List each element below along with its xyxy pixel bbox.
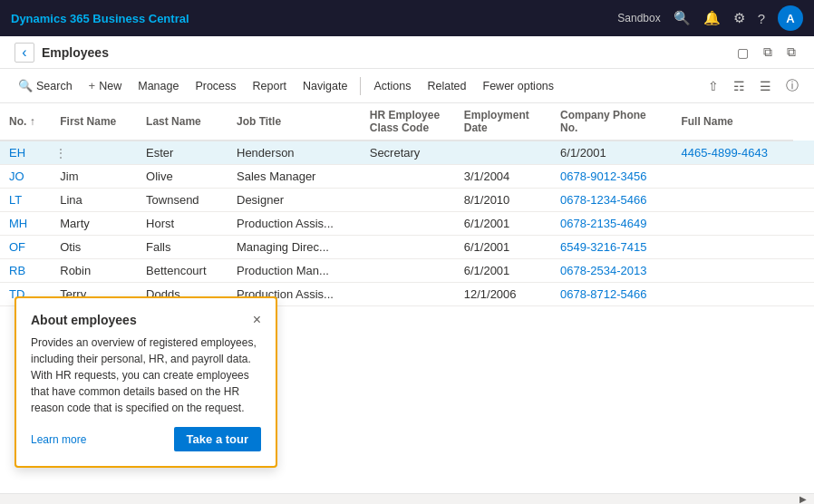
cell-date: 8/1/2010 — [455, 189, 551, 212]
report-button[interactable]: Report — [246, 76, 295, 96]
employee-no-link[interactable]: JO — [9, 170, 24, 183]
search-icon[interactable]: 🔍 — [673, 10, 691, 26]
about-popup-body: Provides an overview of registered emplo… — [31, 334, 261, 416]
cell-no[interactable]: JO — [0, 165, 51, 189]
bell-icon[interactable]: 🔔 — [703, 10, 721, 26]
table-row[interactable]: RBRobinBettencourtProduction Man...6/1/2… — [0, 259, 814, 283]
cell-first: Robin — [51, 259, 137, 283]
new-label: New — [99, 80, 121, 92]
search-button[interactable]: 🔍 Search — [11, 75, 80, 96]
title-bar-right: Sandbox 🔍 🔔 ⚙ ? A — [617, 5, 803, 31]
cell-first: Ester — [137, 141, 228, 165]
cell-phone: 0678-9012-3456 — [551, 165, 672, 189]
cell-job: Production Man... — [228, 259, 361, 283]
toolbar-separator — [360, 77, 361, 95]
fewer-options-button[interactable]: Fewer options — [476, 76, 562, 96]
manage-button[interactable]: Manage — [131, 76, 186, 96]
phone-link[interactable]: 0678-2135-4649 — [560, 217, 646, 230]
cell-date: 6/1/2001 — [455, 259, 551, 283]
cell-first: Otis — [51, 236, 137, 259]
phone-link[interactable]: 0678-8712-5466 — [560, 287, 646, 301]
related-label: Related — [427, 80, 466, 92]
cell-no[interactable]: LT — [0, 189, 51, 212]
cell-phone: 4465-4899-4643 — [672, 141, 792, 165]
info-icon[interactable]: ⓘ — [781, 75, 803, 97]
phone-link[interactable]: 4465-4899-4643 — [681, 146, 767, 160]
cell-no[interactable]: RB — [0, 259, 51, 283]
about-popup-title: About employees — [31, 313, 137, 327]
cell-hr — [361, 283, 455, 306]
bookmark-icon[interactable]: ▢ — [733, 44, 752, 62]
cell-no[interactable]: EH — [0, 141, 51, 165]
cell-full — [672, 283, 792, 306]
page-container: ‹ Employees ▢ ⧉ ⧉ 🔍 Search + New Manage … — [0, 36, 814, 504]
actions-button[interactable]: Actions — [366, 76, 418, 96]
phone-link[interactable]: 0678-1234-5466 — [560, 193, 646, 207]
filter-icon[interactable]: ☶ — [729, 76, 750, 96]
columns-icon[interactable]: ☰ — [755, 76, 776, 96]
cell-job: Designer — [228, 189, 361, 212]
phone-link[interactable]: 0678-9012-3456 — [560, 170, 646, 183]
col-full-name: Full Name — [672, 103, 792, 141]
search-label: Search — [36, 80, 73, 92]
title-bar: Dynamics 365 Business Central Sandbox 🔍 … — [0, 0, 814, 36]
share-icon[interactable]: ⇧ — [703, 76, 723, 96]
cell-first: Jim — [51, 165, 137, 189]
bottom-scrollbar: ▶ — [0, 493, 814, 504]
table-row[interactable]: JOJimOliveSales Manager3/1/20040678-9012… — [0, 165, 814, 189]
table-row[interactable]: MHMartyHorstProduction Assis...6/1/20010… — [0, 212, 814, 236]
avatar[interactable]: A — [778, 5, 803, 31]
col-emp-date: EmploymentDate — [455, 103, 551, 141]
help-icon[interactable]: ? — [758, 11, 765, 26]
back-button[interactable]: ‹ — [15, 43, 34, 63]
employee-no-link[interactable]: LT — [9, 193, 22, 207]
cell-job: Production Assis... — [228, 212, 361, 236]
open-new-icon[interactable]: ⧉ — [760, 43, 776, 62]
about-popup-close-button[interactable]: × — [253, 313, 261, 327]
cell-last: Henderson — [228, 141, 361, 165]
cell-last: Falls — [137, 236, 228, 259]
fewer-options-label: Fewer options — [483, 80, 555, 92]
cell-hr — [361, 212, 455, 236]
cell-date: 6/1/2001 — [455, 212, 551, 236]
toolbar-right: ⇧ ☶ ☰ ⓘ — [703, 75, 803, 97]
employee-no-link[interactable]: RB — [9, 264, 25, 277]
learn-more-link[interactable]: Learn more — [31, 433, 86, 446]
row-context-menu[interactable]: ⋮ — [51, 141, 137, 165]
table-row[interactable]: EH⋮EsterHendersonSecretary6/1/20014465-4… — [0, 141, 814, 165]
settings-icon[interactable]: ⚙ — [733, 10, 745, 26]
employee-no-link[interactable]: EH — [9, 146, 25, 160]
col-job-title: Job Title — [228, 103, 361, 141]
cell-phone: 0678-8712-5466 — [551, 283, 672, 306]
table-row[interactable]: LTLinaTownsendDesigner8/1/20100678-1234-… — [0, 189, 814, 212]
cell-full — [672, 259, 792, 283]
navigate-button[interactable]: Navigate — [296, 76, 354, 96]
cell-last: Horst — [137, 212, 228, 236]
table-row[interactable]: OFOtisFallsManaging Direc...6/1/20016549… — [0, 236, 814, 259]
cell-last: Olive — [137, 165, 228, 189]
employee-no-link[interactable]: OF — [9, 240, 25, 254]
cell-no[interactable]: MH — [0, 212, 51, 236]
plus-icon: + — [89, 79, 96, 92]
cell-full — [793, 141, 814, 165]
scroll-right-icon[interactable]: ▶ — [799, 494, 807, 504]
phone-link[interactable]: 0678-2534-2013 — [560, 264, 646, 277]
new-button[interactable]: + New — [82, 75, 130, 96]
cell-full — [672, 165, 792, 189]
related-button[interactable]: Related — [420, 76, 473, 96]
process-button[interactable]: Process — [188, 76, 243, 96]
search-icon: 🔍 — [18, 79, 33, 92]
cell-phone: 6549-3216-7415 — [551, 236, 672, 259]
col-no: No. ↑ — [0, 103, 51, 141]
expand-icon[interactable]: ⧉ — [783, 43, 799, 62]
cell-phone: 0678-2534-2013 — [551, 259, 672, 283]
take-tour-button[interactable]: Take a tour — [174, 427, 261, 451]
actions-label: Actions — [373, 80, 411, 92]
cell-phone: 0678-2135-4649 — [551, 212, 672, 236]
phone-link[interactable]: 6549-3216-7415 — [560, 240, 646, 254]
employee-no-link[interactable]: MH — [9, 217, 27, 230]
cell-no[interactable]: OF — [0, 236, 51, 259]
cell-date: 6/1/2001 — [455, 236, 551, 259]
table-header-row: No. ↑ First Name Last Name Job Title HR … — [0, 103, 814, 141]
process-label: Process — [195, 80, 236, 92]
